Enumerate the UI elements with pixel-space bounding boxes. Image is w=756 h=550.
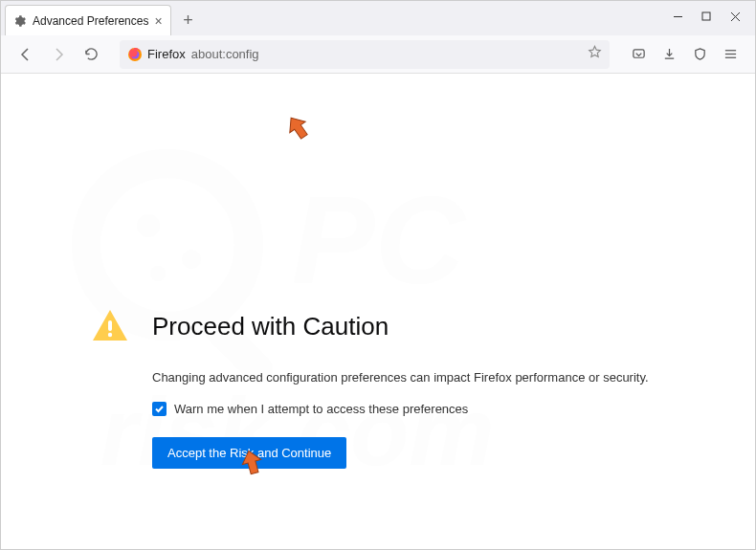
- shield-icon[interactable]: [686, 41, 713, 68]
- warning-title: Proceed with Caution: [152, 312, 389, 341]
- annotation-arrow-icon: [238, 449, 265, 475]
- checkbox-label: Warn me when I attempt to access these p…: [174, 402, 468, 416]
- svg-point-13: [182, 250, 201, 269]
- close-button[interactable]: [721, 5, 749, 28]
- warn-checkbox-row[interactable]: Warn me when I attempt to access these p…: [152, 402, 665, 416]
- annotation-arrow-icon: [284, 114, 311, 141]
- tab-title: Advanced Preferences: [33, 14, 148, 28]
- url-bar[interactable]: Firefox about:config: [120, 40, 610, 69]
- firefox-icon: [127, 47, 143, 62]
- svg-text:PC: PC: [292, 170, 467, 310]
- warning-description: Changing advanced configuration preferen…: [152, 370, 665, 385]
- svg-point-14: [150, 266, 166, 281]
- menu-icon[interactable]: [717, 41, 744, 68]
- svg-rect-1: [702, 12, 710, 20]
- gear-icon: [13, 14, 27, 28]
- new-tab-button[interactable]: +: [175, 7, 202, 33]
- toolbar: Firefox about:config: [1, 35, 755, 74]
- browser-tab[interactable]: Advanced Preferences ×: [5, 5, 171, 35]
- downloads-icon[interactable]: [656, 41, 682, 68]
- forward-button[interactable]: [45, 41, 72, 68]
- minimize-button[interactable]: [663, 5, 692, 28]
- bookmark-star-icon[interactable]: [588, 45, 602, 63]
- reload-button[interactable]: [78, 41, 104, 68]
- window-controls: [663, 5, 749, 28]
- checkbox-checked-icon[interactable]: [152, 402, 167, 416]
- tab-bar: Advanced Preferences × +: [1, 1, 755, 35]
- url-text: about:config: [191, 47, 259, 61]
- content-area: PCrisk.com Proceed with Caution Changing…: [1, 74, 755, 549]
- warning-icon: [91, 307, 129, 345]
- maximize-button[interactable]: [692, 5, 721, 28]
- close-tab-icon[interactable]: ×: [154, 13, 162, 29]
- svg-rect-17: [108, 320, 112, 331]
- svg-point-12: [137, 214, 160, 237]
- url-identity: Firefox: [127, 47, 186, 62]
- browser-window: Advanced Preferences × + Firefox about:c…: [0, 0, 756, 550]
- url-app-label: Firefox: [147, 47, 186, 61]
- pocket-icon[interactable]: [625, 41, 652, 68]
- svg-point-18: [108, 333, 112, 337]
- caution-dialog: Proceed with Caution Changing advanced c…: [91, 307, 665, 469]
- back-button[interactable]: [12, 41, 39, 68]
- svg-point-10: [86, 164, 249, 326]
